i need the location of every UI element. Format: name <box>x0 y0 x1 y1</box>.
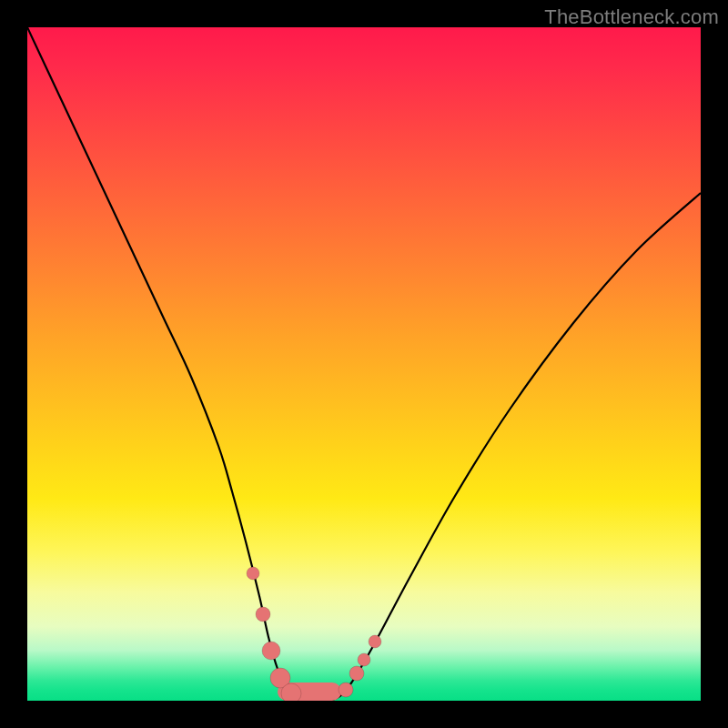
data-marker-6 <box>349 666 364 681</box>
plot-area <box>27 27 701 701</box>
watermark-text: TheBottleneck.com <box>544 5 719 29</box>
data-marker-1 <box>256 607 270 622</box>
bottleneck-curve <box>27 27 701 701</box>
data-marker-8 <box>369 635 381 648</box>
data-marker-7 <box>358 653 370 666</box>
data-marker-5 <box>339 682 353 697</box>
chart-frame: TheBottleneck.com <box>0 0 728 728</box>
data-marker-0 <box>247 567 259 580</box>
curve-svg <box>27 27 701 701</box>
data-marker-4 <box>281 683 301 701</box>
data-marker-2 <box>262 642 280 660</box>
